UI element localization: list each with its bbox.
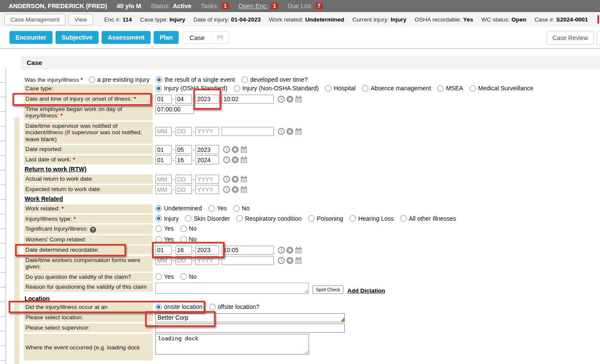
clear-icon[interactable] bbox=[286, 257, 294, 264]
clock-icon[interactable] bbox=[223, 176, 230, 183]
actual-rtw-year-input[interactable] bbox=[195, 175, 219, 184]
clock-icon[interactable] bbox=[223, 186, 230, 193]
save-icon[interactable] bbox=[211, 34, 229, 41]
tab-case-active[interactable]: Case bbox=[182, 31, 229, 44]
option-type-poisoning[interactable]: Poisoning bbox=[308, 215, 343, 222]
case-management-button[interactable]: Case Management bbox=[4, 14, 65, 25]
clear-icon[interactable] bbox=[286, 96, 294, 103]
clear-icon[interactable] bbox=[232, 156, 239, 163]
option-injury-osha[interactable]: Injury (OSHA Standard) bbox=[155, 84, 227, 92]
calendar-icon[interactable] bbox=[295, 128, 302, 135]
recordable-year-input[interactable] bbox=[195, 246, 219, 255]
option-injury-non-osha[interactable]: Injury (Non-OSHA Standard) bbox=[234, 84, 319, 92]
help-icon[interactable]: ? bbox=[90, 227, 96, 233]
add-dictation-link[interactable]: Add Dictation bbox=[347, 287, 385, 294]
calendar-icon[interactable] bbox=[240, 176, 247, 183]
tab-encounter[interactable]: Encounter bbox=[9, 31, 53, 44]
supervisor-notified-day-input[interactable] bbox=[176, 127, 192, 136]
recordable-day-input[interactable] bbox=[176, 246, 192, 255]
spell-check-button[interactable]: Spell Check bbox=[312, 285, 343, 294]
expected-rtw-day-input[interactable] bbox=[176, 185, 192, 194]
date-reported-month-input[interactable] bbox=[155, 145, 172, 154]
clock-icon[interactable] bbox=[278, 128, 285, 135]
clear-icon[interactable] bbox=[232, 186, 239, 193]
tab-plan[interactable]: Plan bbox=[154, 31, 179, 44]
clock-icon[interactable] bbox=[278, 247, 285, 254]
tab-subjective[interactable]: Subjective bbox=[56, 31, 99, 44]
injury-time-input[interactable] bbox=[222, 95, 274, 104]
due-list-count-badge[interactable]: 7 bbox=[315, 3, 323, 9]
option-type-all-other[interactable]: All other Illnesses bbox=[400, 215, 456, 222]
option-medical-surveillance[interactable]: Medical Surveillance bbox=[470, 84, 533, 92]
injury-day-input[interactable] bbox=[176, 95, 192, 104]
supervisor-notified-time-input[interactable] bbox=[222, 127, 274, 136]
tasks-count-badge[interactable]: 1 bbox=[222, 3, 229, 9]
clock-icon[interactable] bbox=[278, 257, 285, 264]
calendar-icon[interactable] bbox=[295, 257, 302, 264]
clock-icon[interactable] bbox=[278, 96, 285, 103]
began-work-time-input[interactable] bbox=[155, 105, 194, 114]
date-reported-year-input[interactable] bbox=[195, 145, 219, 154]
calendar-icon[interactable] bbox=[240, 146, 247, 153]
option-wc-no[interactable]: No bbox=[180, 235, 197, 243]
open-enc-link[interactable]: Open Enc: bbox=[238, 3, 268, 9]
last-date-year-input[interactable] bbox=[195, 155, 219, 164]
clear-icon[interactable] bbox=[232, 176, 239, 183]
location-input[interactable] bbox=[155, 313, 345, 322]
option-significant-no[interactable]: No bbox=[180, 225, 197, 232]
calendar-icon[interactable] bbox=[295, 96, 302, 103]
actual-rtw-month-input[interactable] bbox=[155, 175, 172, 184]
option-type-respiratory[interactable]: Respiratory condition bbox=[236, 215, 302, 222]
view-button[interactable]: View bbox=[68, 14, 93, 25]
option-significant-yes[interactable]: Yes bbox=[155, 225, 174, 232]
case-review-button[interactable]: Case Review bbox=[547, 31, 594, 45]
clear-icon[interactable] bbox=[286, 128, 294, 135]
validity-reason-textarea[interactable] bbox=[155, 283, 309, 294]
wc-forms-time-input[interactable] bbox=[222, 256, 274, 265]
option-msea[interactable]: MSEA bbox=[437, 84, 463, 92]
recordable-time-input[interactable] bbox=[222, 246, 274, 255]
clock-icon[interactable] bbox=[223, 146, 230, 153]
option-type-skin-disorder[interactable]: Skin Disorder bbox=[185, 215, 230, 222]
option-validity-no[interactable]: No bbox=[180, 273, 197, 280]
wc-forms-year-input[interactable] bbox=[195, 256, 219, 265]
supervisor-input[interactable] bbox=[155, 324, 345, 333]
expected-rtw-year-input[interactable] bbox=[195, 185, 219, 194]
open-enc-count-badge[interactable]: 1 bbox=[271, 3, 278, 9]
option-single-event[interactable]: the result of a single event bbox=[156, 76, 235, 83]
last-date-day-input[interactable] bbox=[176, 155, 192, 164]
calendar-icon[interactable] bbox=[240, 156, 247, 163]
actual-rtw-day-input[interactable] bbox=[176, 175, 192, 184]
date-reported-day-input[interactable] bbox=[176, 145, 192, 154]
option-wc-yes[interactable]: Yes bbox=[155, 235, 174, 243]
option-work-related-undetermined[interactable]: Undetermined bbox=[155, 204, 202, 212]
clock-icon[interactable] bbox=[223, 156, 230, 163]
calendar-icon[interactable] bbox=[240, 186, 247, 193]
last-date-month-input[interactable] bbox=[155, 155, 172, 164]
option-work-related-no[interactable]: No bbox=[233, 204, 250, 212]
supervisor-notified-month-input[interactable] bbox=[155, 127, 172, 136]
injury-year-input[interactable] bbox=[195, 95, 219, 104]
wc-forms-month-input[interactable] bbox=[155, 256, 172, 265]
option-type-injury[interactable]: Injury bbox=[155, 215, 179, 222]
option-pre-existing-injury[interactable]: a pre-existing injury bbox=[89, 76, 149, 83]
clear-icon[interactable] bbox=[232, 146, 239, 153]
injury-month-input[interactable] bbox=[155, 95, 172, 104]
option-validity-yes[interactable]: Yes bbox=[155, 273, 174, 280]
recordable-month-input[interactable] bbox=[155, 246, 172, 255]
where-occurred-textarea[interactable]: loading dock bbox=[155, 334, 309, 355]
option-absence-management[interactable]: Absence management bbox=[362, 84, 431, 92]
option-onsite-location[interactable]: onsite location bbox=[155, 303, 203, 310]
option-work-related-yes[interactable]: Yes bbox=[208, 204, 227, 212]
option-hospital[interactable]: Hospital bbox=[325, 84, 356, 92]
clear-icon[interactable] bbox=[286, 247, 294, 254]
tab-assessment[interactable]: Assessment bbox=[102, 31, 150, 44]
partial-button-edge[interactable] bbox=[597, 31, 600, 45]
option-offsite-location[interactable]: offsite location? bbox=[209, 303, 260, 310]
option-developed-over-time[interactable]: developed over time? bbox=[241, 76, 308, 83]
expected-rtw-month-input[interactable] bbox=[155, 185, 172, 194]
option-type-hearing-loss[interactable]: Hearing Loss bbox=[349, 215, 394, 222]
supervisor-notified-year-input[interactable] bbox=[195, 127, 219, 136]
calendar-icon[interactable] bbox=[295, 247, 302, 254]
wc-forms-day-input[interactable] bbox=[176, 256, 192, 265]
